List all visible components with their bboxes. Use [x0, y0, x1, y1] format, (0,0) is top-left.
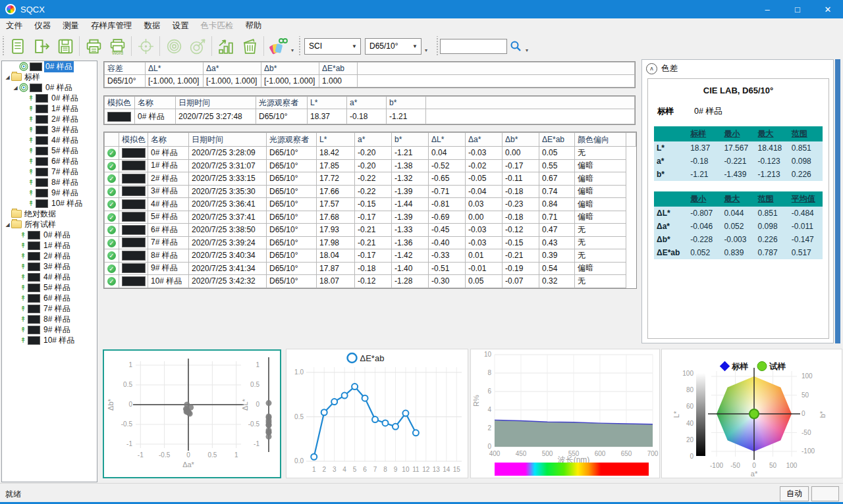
menu-item[interactable]: 数据 — [138, 18, 167, 33]
column-header[interactable] — [426, 97, 635, 109]
column-header[interactable]: 日期时间 — [176, 97, 256, 109]
column-header[interactable]: Δb* — [503, 133, 539, 147]
toolbar-grip[interactable] — [435, 36, 439, 56]
menu-item[interactable]: 色卡匹检 — [195, 18, 240, 33]
collapse-panel-icon[interactable]: ᴧ — [646, 63, 657, 74]
tree-item[interactable]: ↟0# 样品 — [2, 230, 97, 240]
column-header[interactable]: 模拟色 — [119, 133, 148, 147]
column-header[interactable]: 名称 — [148, 133, 189, 147]
table-row[interactable]: ✓6# 样品2020/7/25 3:38:50D65/10°17.93-0.21… — [105, 224, 636, 237]
table-row[interactable]: ✓10# 样品2020/7/25 3:42:32D65/10°18.07-0.1… — [105, 275, 636, 288]
tree-item[interactable]: ↟10# 样品 — [2, 198, 97, 209]
tree-item[interactable]: 0# 样品 — [2, 61, 97, 72]
menu-item[interactable]: 测量 — [57, 18, 85, 33]
column-header[interactable]: L* — [317, 133, 355, 147]
geometry-mode-combo[interactable]: SCI ▼ — [304, 38, 361, 55]
column-header[interactable]: 光源观察者 — [267, 133, 317, 147]
tree-item[interactable]: ↟4# 样品 — [2, 272, 97, 282]
column-header[interactable] — [626, 133, 636, 147]
column-header[interactable]: 日期时间 — [189, 133, 267, 147]
minimize-button[interactable]: – — [752, 0, 782, 18]
illuminant-combo[interactable]: D65/10° ▼ — [365, 38, 422, 55]
tree-item[interactable]: ◢0# 样品 — [2, 82, 97, 93]
tree-item[interactable]: ↟6# 样品 — [2, 293, 97, 303]
tree-item[interactable]: ↟3# 样品 — [2, 261, 97, 272]
column-header[interactable]: L* — [308, 97, 347, 109]
tree-item[interactable]: ↟1# 样品 — [2, 103, 97, 114]
menu-item[interactable]: 帮助 — [240, 18, 268, 33]
tree-item[interactable]: ◢标样 — [2, 72, 97, 82]
tree-item[interactable]: 绝对数据 — [2, 209, 97, 219]
tree-item[interactable]: ↟9# 样品 — [2, 324, 97, 335]
toolbar-overflow-icon[interactable]: ▾ — [291, 48, 294, 53]
tree-item[interactable]: ↟3# 样品 — [2, 124, 97, 135]
tree-item[interactable]: ↟8# 样品 — [2, 177, 97, 188]
column-header[interactable]: ΔE*ab — [539, 133, 575, 147]
column-header[interactable]: 光源观察者 — [256, 97, 308, 109]
column-header[interactable]: 颜色偏向 — [575, 133, 626, 147]
tree-item[interactable]: ↟8# 样品 — [2, 314, 97, 324]
table-row[interactable]: ✓7# 样品2020/7/25 3:39:24D65/10°17.98-0.21… — [105, 236, 636, 249]
column-header[interactable]: ΔE*ab — [319, 63, 358, 75]
tree-item[interactable]: ↟2# 样品 — [2, 251, 97, 261]
toolbar-grip[interactable] — [298, 36, 301, 56]
tree-expander-icon[interactable]: ◢ — [4, 222, 11, 228]
auto-mode-button[interactable]: 自动 — [780, 486, 809, 501]
tree-item[interactable]: ↟2# 样品 — [2, 114, 97, 124]
column-header[interactable]: b* — [392, 133, 429, 147]
table-row[interactable]: 0# 样品2020/7/25 3:27:48D65/10°18.37-0.18-… — [105, 109, 635, 124]
column-header[interactable]: 名称 — [135, 97, 176, 109]
table-row[interactable]: ✓1# 样品2020/7/25 3:31:07D65/10°17.85-0.20… — [105, 159, 636, 172]
table-row[interactable]: ✓8# 样品2020/7/25 3:40:34D65/10°18.04-0.17… — [105, 249, 636, 263]
column-header[interactable]: ΔL* — [146, 63, 204, 75]
menu-item[interactable]: 文件 — [0, 18, 28, 33]
save-button[interactable] — [53, 34, 77, 58]
deviation-scatter-chart[interactable]: -1-1-0.5-0.5000.50.511Δa*Δb*-1-0.500.51Δ… — [103, 349, 281, 478]
column-header[interactable] — [358, 63, 635, 75]
tree-item[interactable]: ↟7# 样品 — [2, 303, 97, 314]
tree-item[interactable]: ↟0# 样品 — [2, 93, 97, 103]
status-extra-box[interactable] — [811, 486, 839, 501]
tree-item[interactable]: ↟6# 样品 — [2, 156, 97, 166]
column-header[interactable]: a* — [355, 133, 392, 147]
color-card-search-button[interactable] — [266, 34, 290, 58]
menu-item[interactable]: 仪器 — [28, 18, 57, 33]
color-gamut-chart[interactable]: 标样试样 100806040200L*100500-50-100b*-100-5… — [661, 349, 842, 478]
tree-item[interactable]: ↟1# 样品 — [2, 240, 97, 251]
menu-item[interactable]: 设置 — [167, 18, 195, 33]
tree-item[interactable]: ↟7# 样品 — [2, 166, 97, 177]
print-word-button[interactable]: Word — [105, 34, 129, 58]
delta-e-trend-chart[interactable]: ΔE*ab1234567891011121314150.00.51.0 — [286, 349, 468, 478]
column-header[interactable]: 容差 — [105, 63, 146, 75]
print-button[interactable] — [82, 34, 105, 58]
tree-expander-icon[interactable]: ◢ — [4, 74, 11, 80]
toolbar-grip[interactable] — [1, 36, 5, 56]
measure-sample-button[interactable] — [186, 34, 209, 58]
tree-expander-icon[interactable]: ◢ — [12, 85, 19, 91]
calibrate-button[interactable] — [134, 34, 157, 58]
tree-item[interactable]: ↟10# 样品 — [2, 335, 97, 345]
column-header[interactable]: ΔL* — [429, 133, 466, 147]
column-header[interactable]: b* — [387, 97, 426, 109]
tree-item[interactable]: ↟4# 样品 — [2, 135, 97, 145]
panel-splitter[interactable] — [835, 59, 840, 343]
table-row[interactable]: D65/10°[-1.000, 1.000][-1.000, 1.000][-1… — [105, 75, 635, 88]
maximize-button[interactable]: □ — [782, 0, 813, 18]
table-row[interactable]: ✓2# 样品2020/7/25 3:33:15D65/10°17.72-0.22… — [105, 172, 636, 186]
toolbar-overflow-icon[interactable]: ▾ — [526, 48, 528, 53]
column-header[interactable]: Δa* — [204, 63, 261, 75]
table-row[interactable]: ✓4# 样品2020/7/25 3:36:41D65/10°17.57-0.15… — [105, 198, 636, 211]
close-button[interactable]: ✕ — [813, 0, 843, 18]
column-header[interactable] — [105, 133, 119, 147]
table-row[interactable]: ✓0# 样品2020/7/25 3:28:09D65/10°18.42-0.20… — [105, 147, 636, 160]
toolbar-overflow-icon[interactable]: ▾ — [425, 48, 427, 53]
column-header[interactable]: Δa* — [466, 133, 503, 147]
table-row[interactable]: ✓5# 样品2020/7/25 3:37:41D65/10°17.68-0.17… — [105, 211, 636, 224]
tree-item[interactable]: ↟5# 样品 — [2, 282, 97, 293]
export-button[interactable] — [30, 34, 53, 58]
trend-chart-button[interactable] — [214, 34, 238, 58]
tree-item[interactable]: ◢所有试样 — [2, 219, 97, 230]
measure-standard-button[interactable] — [162, 34, 186, 58]
reflectance-chart[interactable]: 0246810400450500550600650700R%波长(nm) — [470, 349, 660, 478]
delete-button[interactable] — [238, 34, 261, 58]
